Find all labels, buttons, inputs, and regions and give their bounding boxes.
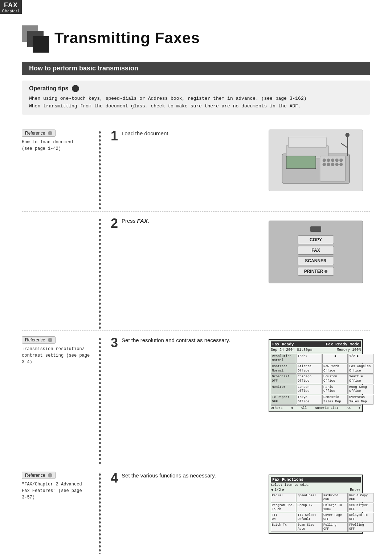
svg-point-12	[331, 163, 334, 166]
seattle-cell: SeattleOffice	[348, 374, 373, 384]
fax-button-illustration: FAX	[298, 246, 334, 255]
step-4-left: Reference "FAX/Chapter 2 AdvancedFax Fea…	[22, 472, 94, 501]
newyork-cell: New YorkOffice	[322, 364, 348, 374]
fax-tab: FAX Chapter1	[0, 0, 22, 14]
fax-functions-subtitle: Select item to edit.	[271, 483, 361, 487]
func-batch-tx: Batch Tx	[271, 522, 296, 532]
step-1-number: 1	[111, 130, 118, 143]
fax-ready-grid: ResolutionNormal Index ◄ 1/2 ► ContrastN…	[271, 354, 361, 405]
step-2-number: 2	[111, 217, 118, 230]
step-2-right: COPY FAX SCANNER PRINTER	[269, 217, 370, 283]
fax-ready-display: Fax Ready Fax Ready Mode Sep 24 2004 01:…	[269, 339, 363, 413]
svg-line-16	[341, 143, 347, 148]
step-4-content: 4 Set the various functions as necessary…	[105, 472, 269, 485]
svg-point-11	[327, 163, 330, 166]
chapter-label: Chapter1	[0, 9, 22, 13]
step-3-content: 3 Set the resolution and contrast as nec…	[105, 336, 269, 349]
func-tti-select: TTI Select Default	[297, 513, 322, 522]
fax-functions-display: Fax Functions Select item to edit. ◄ 1/2…	[269, 475, 363, 534]
step-1-dots	[94, 130, 105, 211]
houston-cell: HoustonOffice	[322, 374, 348, 384]
step-3-left: Reference Transmission resolution/contra…	[22, 336, 94, 365]
tip1-text: When using one-touch keys, speed-dials o…	[29, 95, 363, 103]
step-3-ref-text: Transmission resolution/contrast setting…	[22, 346, 91, 365]
func-redial: Redial	[271, 493, 296, 502]
svg-rect-3	[286, 156, 316, 169]
step-3-number: 3	[111, 336, 118, 349]
fax-tab-label: FAX	[0, 1, 22, 9]
step-4-ref-text: "FAX/Chapter 2 AdvancedFax Features" (se…	[22, 481, 91, 501]
step-2-content: 2 Press FAX.	[105, 217, 269, 230]
tip2-text: When transmitting from the document glas…	[29, 103, 363, 110]
step-4-text: Set the various functions as necessary.	[122, 471, 216, 479]
fax-ready-header: Fax Ready Fax Ready Mode	[271, 341, 361, 347]
svg-point-13	[335, 163, 338, 166]
page-info-cell: 1/2 ►	[348, 354, 373, 364]
func-program: Program One-Touch	[271, 503, 296, 512]
contrast-label: ContrastNormal	[271, 364, 296, 374]
step-1-ref-text: How to load document(see page 1-42)	[22, 139, 91, 152]
fax-ready-date: Sep 24 2004 01:30pm Memory 100%	[271, 348, 361, 353]
fax-functions-header: Fax Functions	[271, 477, 361, 483]
operating-tips-box: Operating tips When using one-touch keys…	[22, 81, 370, 115]
copy-button-illustration: COPY	[298, 235, 334, 244]
others-label: Others	[271, 406, 282, 410]
step-1-row: Reference How to load document(see page …	[22, 124, 370, 211]
func-polling: PollingOFF	[322, 522, 348, 532]
ref-circle-icon-3	[48, 338, 52, 342]
all-label: All	[301, 406, 307, 410]
losangeles-cell: Los AngelesOffice	[348, 364, 373, 374]
tokyo-cell: TokyoOffice	[297, 395, 322, 405]
svg-point-9	[339, 159, 343, 162]
func-security-rx: SecurityRxOFF	[348, 503, 373, 512]
fax-functions-grid: Redial Speed Dial FaxFrwrd.OFF Fax & Cop…	[271, 493, 361, 532]
reference-badge-1: Reference	[22, 130, 56, 137]
step-2-dots	[94, 217, 105, 331]
numeric-list-label: Numeric List	[315, 406, 339, 410]
scanner-button-illustration: SCANNER	[298, 257, 334, 265]
tips-heading: Operating tips	[29, 85, 363, 92]
func-scan-size: Scan SizeAuto	[297, 522, 322, 532]
func-fpolling: FPollingOFF	[348, 522, 373, 532]
step-1-right	[269, 130, 370, 191]
svg-point-17	[345, 133, 350, 137]
step-3-right: Fax Ready Fax Ready Mode Sep 24 2004 01:…	[269, 336, 370, 413]
steps-area: Reference How to load document(see page …	[22, 124, 370, 554]
machine-svg	[274, 133, 358, 188]
atlanta-cell: AtlantaOffice	[297, 364, 322, 374]
func-nav-left: ◄	[271, 488, 273, 492]
ab-label: AB	[347, 406, 351, 410]
machine-illustration	[269, 130, 363, 191]
fax-functions-nav: ◄ 1/2 ► Enter	[271, 488, 361, 492]
tips-circle-icon	[72, 85, 79, 92]
domestic-cell: DomesticSales Dep	[322, 395, 348, 405]
ref-circle-icon-1	[48, 131, 52, 135]
step-1-content: 1 Load the document.	[105, 130, 269, 143]
func-cover-page: Cover PageOFF	[322, 513, 348, 522]
step-2-row: 2 Press FAX. COPY FAX SCANNER PRINTER	[22, 211, 370, 331]
func-faxfrwrd: FaxFrwrd.OFF	[322, 493, 348, 502]
step-1-left: Reference How to load document(see page …	[22, 130, 94, 152]
section-heading: How to perform basic transmission	[22, 62, 370, 75]
paris-cell: ParisOffice	[322, 385, 348, 394]
monitor-label: Monitor	[271, 385, 296, 394]
svg-point-14	[339, 163, 343, 166]
hongkong-cell: Hong KongOffice	[348, 385, 373, 394]
svg-point-8	[335, 159, 338, 162]
title-decoration	[22, 25, 47, 51]
svg-point-6	[327, 159, 330, 162]
svg-point-5	[323, 159, 326, 162]
step-1-text: Load the document.	[122, 128, 170, 136]
step-3-dots	[94, 336, 105, 466]
func-nav-right: ►	[282, 488, 285, 492]
func-delayed-tx: Delayed TxOFF	[348, 513, 373, 522]
func-fax-copy: Fax & CopyOFF	[348, 493, 373, 502]
step-4-right: Fax Functions Select item to edit. ◄ 1/2…	[269, 472, 370, 534]
reference-badge-4: Reference	[22, 472, 56, 479]
page-title: Transmitting Faxes	[54, 29, 200, 47]
title-area: Transmitting Faxes	[22, 25, 370, 51]
func-group-tx: Group Tx	[297, 503, 322, 512]
func-page-info: 1/2	[274, 488, 281, 492]
ref-circle-icon-4	[48, 473, 52, 477]
func-enlarge-tx: Enlarge TX100%	[322, 503, 348, 512]
